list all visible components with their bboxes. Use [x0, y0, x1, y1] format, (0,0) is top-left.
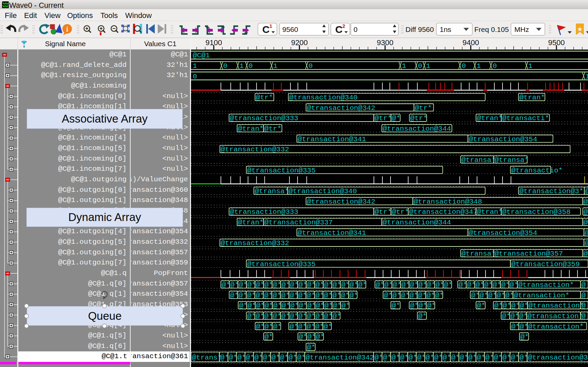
svg-text:@*: @*: [298, 323, 307, 331]
svg-text:@transaction@342: @transaction@342: [307, 198, 375, 206]
svg-text:@*: @*: [494, 354, 502, 362]
svg-text:@*: @*: [265, 302, 273, 310]
svg-text:@*: @*: [324, 312, 333, 320]
svg-text:@*: @*: [401, 281, 410, 289]
svg-text:@transaction@337: @transaction@337: [264, 219, 333, 226]
svg-text:@tr*: @tr*: [392, 208, 409, 216]
svg-text:@tr*: @tr*: [375, 208, 392, 216]
svg-text:0: 0: [461, 62, 466, 70]
svg-text:@tran*: @tran*: [238, 219, 264, 226]
svg-text:@*: @*: [264, 292, 273, 299]
svg-text:1: 1: [476, 62, 481, 70]
svg-text:@*: @*: [502, 312, 511, 320]
svg-text:@*: @*: [350, 281, 358, 289]
svg-text:9400: 9400: [462, 38, 479, 47]
svg-text:@*: @*: [263, 354, 271, 362]
svg-text:@*: @*: [451, 354, 460, 362]
svg-text:@transa*: @transa*: [461, 250, 496, 258]
svg-text:@*: @*: [375, 354, 383, 362]
svg-text:@*: @*: [584, 198, 588, 206]
svg-text:@*: @*: [427, 281, 435, 289]
svg-text:1: 1: [402, 62, 406, 70]
svg-text:@transaction@340: @transaction@340: [289, 94, 358, 102]
svg-text:@tr*: @tr*: [410, 114, 427, 122]
svg-text:@*: @*: [436, 281, 444, 289]
svg-text:@*: @*: [247, 292, 255, 299]
svg-text:@transa*: @transa*: [495, 156, 529, 164]
svg-text:@*: @*: [299, 302, 307, 310]
svg-text:MHz: MHz: [514, 25, 529, 33]
svg-text:@*: @*: [281, 292, 290, 299]
svg-text:@*: @*: [333, 292, 341, 299]
svg-text:@*: @*: [467, 281, 476, 289]
svg-text:@*: @*: [290, 281, 299, 289]
svg-text:1: 1: [585, 73, 588, 80]
svg-text:1: 1: [193, 62, 197, 70]
svg-text:9300: 9300: [377, 38, 394, 47]
svg-text:@transaction@358: @transaction@358: [502, 208, 571, 216]
svg-text:@*: @*: [520, 323, 528, 331]
svg-text:@*: @*: [511, 354, 519, 362]
svg-text:@*: @*: [256, 302, 265, 310]
svg-text:@*: @*: [230, 292, 239, 299]
svg-text:@*: @*: [484, 281, 493, 289]
svg-text:@*: @*: [477, 302, 486, 310]
svg-text:@*: @*: [502, 354, 511, 362]
svg-text:@*: @*: [271, 354, 280, 362]
svg-text:@*: @*: [488, 292, 497, 299]
svg-text:@*: @*: [392, 302, 400, 310]
svg-text:9100: 9100: [206, 38, 222, 47]
svg-text:@transaction@357: @transaction@357: [495, 250, 563, 258]
svg-text:@transaction@34: @transaction@34: [528, 354, 588, 362]
svg-text:@transaction@335: @transaction@335: [247, 167, 316, 175]
svg-text:@*: @*: [480, 292, 488, 299]
svg-text:@*: @*: [324, 281, 333, 289]
svg-text:@*: @*: [392, 354, 400, 362]
svg-text:@transaction@348: @transaction@348: [414, 198, 482, 206]
svg-text:@transaction*: @transaction*: [528, 323, 584, 331]
svg-text:@*: @*: [585, 229, 588, 237]
svg-text:@*: @*: [307, 302, 316, 310]
svg-text:@*: @*: [376, 281, 384, 289]
svg-text:@transaction@347: @transaction@347: [409, 208, 478, 216]
svg-text:@*: @*: [333, 281, 341, 289]
svg-text:@*: @*: [273, 312, 281, 320]
svg-text:@transaction*: @transaction*: [528, 312, 583, 320]
svg-text:@transacti*: @transacti*: [502, 114, 549, 122]
svg-text:@*: @*: [585, 187, 588, 195]
svg-text:@*: @*: [418, 292, 426, 299]
svg-text:@*: @*: [511, 323, 520, 331]
svg-text:@*: @*: [426, 292, 435, 299]
svg-text:@*: @*: [324, 292, 333, 299]
svg-text:9500: 9500: [548, 38, 565, 47]
svg-text:@transa*: @transa*: [461, 156, 496, 164]
svg-text:@*: @*: [281, 312, 290, 320]
svg-text:@*: @*: [282, 281, 290, 289]
svg-text:@tran*: @tran*: [519, 94, 545, 102]
svg-text:@*: @*: [392, 114, 400, 122]
svg-text:@*: @*: [460, 354, 468, 362]
svg-text:@*: @*: [315, 323, 324, 331]
svg-text:@tr*: @tr*: [375, 114, 392, 122]
svg-text:@*: @*: [443, 354, 451, 362]
svg-text:@transaction@332: @transaction@332: [221, 239, 289, 247]
svg-text:@*: @*: [307, 281, 316, 289]
svg-text:@*: @*: [417, 354, 425, 362]
svg-text:@transa*: @transa*: [255, 187, 289, 195]
svg-text:@*: @*: [298, 312, 307, 320]
svg-text:@*: @*: [409, 354, 417, 362]
svg-text:@transaction@354: @transaction@354: [469, 229, 537, 237]
svg-text:@*: @*: [384, 292, 393, 299]
svg-text:0: 0: [223, 62, 228, 70]
svg-text:@transaction@359: @transaction@359: [511, 260, 580, 268]
svg-text:@*: @*: [584, 250, 588, 258]
svg-text:Freq 0.105: Freq 0.105: [474, 25, 509, 33]
svg-text:@*: @*: [435, 292, 443, 299]
svg-text:@*: @*: [248, 302, 256, 310]
svg-text:1: 1: [240, 62, 244, 70]
svg-text:@*: @*: [316, 281, 324, 289]
svg-text:0: 0: [248, 62, 253, 70]
svg-text:@*: @*: [401, 292, 410, 299]
svg-text:@*: @*: [247, 312, 256, 320]
svg-text:@*: @*: [237, 354, 246, 362]
